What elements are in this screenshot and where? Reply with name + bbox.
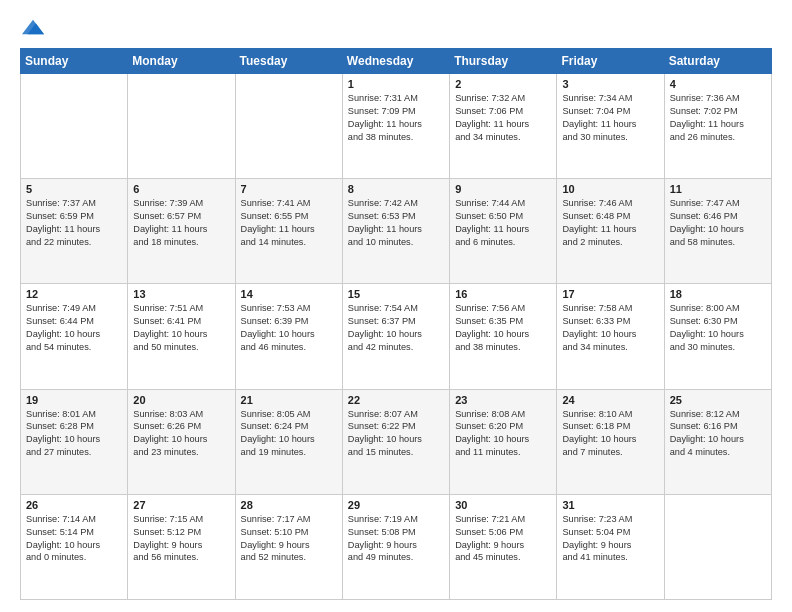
day-info: Sunrise: 8:05 AM Sunset: 6:24 PM Dayligh… [241,408,337,460]
calendar-cell: 15Sunrise: 7:54 AM Sunset: 6:37 PM Dayli… [342,284,449,389]
day-number: 23 [455,394,551,406]
calendar-cell: 30Sunrise: 7:21 AM Sunset: 5:06 PM Dayli… [450,494,557,599]
day-number: 8 [348,183,444,195]
day-info: Sunrise: 8:01 AM Sunset: 6:28 PM Dayligh… [26,408,122,460]
day-number: 20 [133,394,229,406]
calendar-cell [664,494,771,599]
calendar-week-row: 26Sunrise: 7:14 AM Sunset: 5:14 PM Dayli… [21,494,772,599]
calendar-cell: 19Sunrise: 8:01 AM Sunset: 6:28 PM Dayli… [21,389,128,494]
logo-icon [22,16,44,38]
day-number: 30 [455,499,551,511]
day-number: 21 [241,394,337,406]
day-number: 18 [670,288,766,300]
day-info: Sunrise: 7:31 AM Sunset: 7:09 PM Dayligh… [348,92,444,144]
calendar-cell [235,74,342,179]
day-info: Sunrise: 8:00 AM Sunset: 6:30 PM Dayligh… [670,302,766,354]
calendar-cell: 18Sunrise: 8:00 AM Sunset: 6:30 PM Dayli… [664,284,771,389]
day-number: 11 [670,183,766,195]
day-info: Sunrise: 8:10 AM Sunset: 6:18 PM Dayligh… [562,408,658,460]
day-number: 2 [455,78,551,90]
day-info: Sunrise: 7:34 AM Sunset: 7:04 PM Dayligh… [562,92,658,144]
day-number: 10 [562,183,658,195]
day-info: Sunrise: 7:58 AM Sunset: 6:33 PM Dayligh… [562,302,658,354]
calendar-cell [21,74,128,179]
weekday-header-thursday: Thursday [450,49,557,74]
day-number: 4 [670,78,766,90]
day-info: Sunrise: 7:49 AM Sunset: 6:44 PM Dayligh… [26,302,122,354]
calendar-cell: 21Sunrise: 8:05 AM Sunset: 6:24 PM Dayli… [235,389,342,494]
day-info: Sunrise: 7:23 AM Sunset: 5:04 PM Dayligh… [562,513,658,565]
calendar-week-row: 19Sunrise: 8:01 AM Sunset: 6:28 PM Dayli… [21,389,772,494]
calendar-cell: 4Sunrise: 7:36 AM Sunset: 7:02 PM Daylig… [664,74,771,179]
day-info: Sunrise: 7:44 AM Sunset: 6:50 PM Dayligh… [455,197,551,249]
calendar-cell: 20Sunrise: 8:03 AM Sunset: 6:26 PM Dayli… [128,389,235,494]
weekday-header-row: SundayMondayTuesdayWednesdayThursdayFrid… [21,49,772,74]
calendar-cell [128,74,235,179]
day-number: 29 [348,499,444,511]
weekday-header-saturday: Saturday [664,49,771,74]
calendar-cell: 9Sunrise: 7:44 AM Sunset: 6:50 PM Daylig… [450,179,557,284]
calendar-cell: 3Sunrise: 7:34 AM Sunset: 7:04 PM Daylig… [557,74,664,179]
day-number: 14 [241,288,337,300]
day-info: Sunrise: 7:21 AM Sunset: 5:06 PM Dayligh… [455,513,551,565]
day-info: Sunrise: 7:46 AM Sunset: 6:48 PM Dayligh… [562,197,658,249]
day-number: 25 [670,394,766,406]
page: SundayMondayTuesdayWednesdayThursdayFrid… [0,0,792,612]
calendar-cell: 17Sunrise: 7:58 AM Sunset: 6:33 PM Dayli… [557,284,664,389]
calendar-cell: 1Sunrise: 7:31 AM Sunset: 7:09 PM Daylig… [342,74,449,179]
day-number: 12 [26,288,122,300]
day-info: Sunrise: 7:42 AM Sunset: 6:53 PM Dayligh… [348,197,444,249]
calendar-cell: 8Sunrise: 7:42 AM Sunset: 6:53 PM Daylig… [342,179,449,284]
day-info: Sunrise: 7:56 AM Sunset: 6:35 PM Dayligh… [455,302,551,354]
calendar-week-row: 5Sunrise: 7:37 AM Sunset: 6:59 PM Daylig… [21,179,772,284]
calendar-cell: 12Sunrise: 7:49 AM Sunset: 6:44 PM Dayli… [21,284,128,389]
day-info: Sunrise: 7:37 AM Sunset: 6:59 PM Dayligh… [26,197,122,249]
day-info: Sunrise: 7:53 AM Sunset: 6:39 PM Dayligh… [241,302,337,354]
day-number: 16 [455,288,551,300]
calendar-cell: 29Sunrise: 7:19 AM Sunset: 5:08 PM Dayli… [342,494,449,599]
calendar-week-row: 12Sunrise: 7:49 AM Sunset: 6:44 PM Dayli… [21,284,772,389]
weekday-header-sunday: Sunday [21,49,128,74]
day-number: 17 [562,288,658,300]
day-info: Sunrise: 8:03 AM Sunset: 6:26 PM Dayligh… [133,408,229,460]
calendar-cell: 11Sunrise: 7:47 AM Sunset: 6:46 PM Dayli… [664,179,771,284]
day-info: Sunrise: 7:51 AM Sunset: 6:41 PM Dayligh… [133,302,229,354]
calendar-cell: 31Sunrise: 7:23 AM Sunset: 5:04 PM Dayli… [557,494,664,599]
calendar-cell: 10Sunrise: 7:46 AM Sunset: 6:48 PM Dayli… [557,179,664,284]
calendar-cell: 25Sunrise: 8:12 AM Sunset: 6:16 PM Dayli… [664,389,771,494]
day-info: Sunrise: 7:39 AM Sunset: 6:57 PM Dayligh… [133,197,229,249]
day-number: 7 [241,183,337,195]
day-info: Sunrise: 7:54 AM Sunset: 6:37 PM Dayligh… [348,302,444,354]
day-info: Sunrise: 8:07 AM Sunset: 6:22 PM Dayligh… [348,408,444,460]
calendar-cell: 27Sunrise: 7:15 AM Sunset: 5:12 PM Dayli… [128,494,235,599]
day-info: Sunrise: 8:08 AM Sunset: 6:20 PM Dayligh… [455,408,551,460]
day-info: Sunrise: 7:15 AM Sunset: 5:12 PM Dayligh… [133,513,229,565]
day-number: 22 [348,394,444,406]
day-number: 28 [241,499,337,511]
day-number: 27 [133,499,229,511]
calendar-cell: 26Sunrise: 7:14 AM Sunset: 5:14 PM Dayli… [21,494,128,599]
day-info: Sunrise: 7:14 AM Sunset: 5:14 PM Dayligh… [26,513,122,565]
calendar-cell: 22Sunrise: 8:07 AM Sunset: 6:22 PM Dayli… [342,389,449,494]
day-number: 3 [562,78,658,90]
calendar-cell: 23Sunrise: 8:08 AM Sunset: 6:20 PM Dayli… [450,389,557,494]
day-info: Sunrise: 8:12 AM Sunset: 6:16 PM Dayligh… [670,408,766,460]
day-info: Sunrise: 7:32 AM Sunset: 7:06 PM Dayligh… [455,92,551,144]
day-number: 15 [348,288,444,300]
logo [20,16,44,38]
day-number: 5 [26,183,122,195]
calendar-cell: 7Sunrise: 7:41 AM Sunset: 6:55 PM Daylig… [235,179,342,284]
calendar-week-row: 1Sunrise: 7:31 AM Sunset: 7:09 PM Daylig… [21,74,772,179]
calendar-cell: 14Sunrise: 7:53 AM Sunset: 6:39 PM Dayli… [235,284,342,389]
day-number: 26 [26,499,122,511]
weekday-header-monday: Monday [128,49,235,74]
calendar-table: SundayMondayTuesdayWednesdayThursdayFrid… [20,48,772,600]
header [20,16,772,38]
weekday-header-wednesday: Wednesday [342,49,449,74]
day-info: Sunrise: 7:41 AM Sunset: 6:55 PM Dayligh… [241,197,337,249]
day-info: Sunrise: 7:47 AM Sunset: 6:46 PM Dayligh… [670,197,766,249]
day-info: Sunrise: 7:17 AM Sunset: 5:10 PM Dayligh… [241,513,337,565]
day-number: 31 [562,499,658,511]
calendar-cell: 13Sunrise: 7:51 AM Sunset: 6:41 PM Dayli… [128,284,235,389]
calendar-cell: 24Sunrise: 8:10 AM Sunset: 6:18 PM Dayli… [557,389,664,494]
